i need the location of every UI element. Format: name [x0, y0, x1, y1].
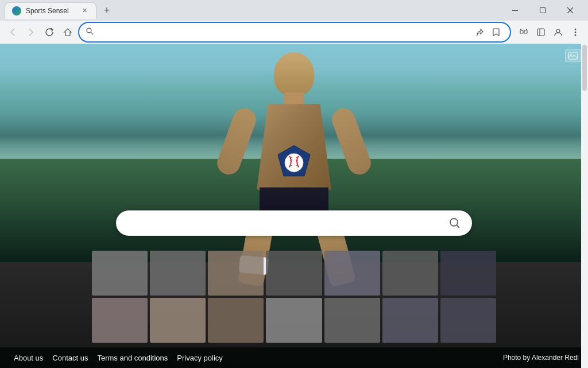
search-icon	[449, 217, 461, 229]
extensions-button[interactable]	[516, 24, 532, 40]
home-button[interactable]	[60, 24, 76, 40]
tab-strip: Sports Sensei ✕ +	[5, 2, 115, 19]
browser-window: Sports Sensei ✕ +	[0, 0, 588, 368]
svg-point-5	[87, 28, 91, 33]
footer-contact-link[interactable]: Contact us	[48, 351, 92, 365]
url-bar[interactable]	[78, 22, 511, 43]
blur-tile	[92, 298, 148, 343]
blur-tile	[324, 298, 380, 343]
sidebar-toggle-button[interactable]	[533, 24, 549, 40]
image-icon	[568, 52, 578, 60]
blur-tile	[150, 298, 206, 343]
forward-button[interactable]	[23, 24, 39, 40]
svg-line-26	[457, 225, 460, 228]
svg-point-15	[575, 32, 577, 33]
tab-title: Sports Sensei	[26, 7, 69, 15]
svg-line-6	[91, 33, 94, 35]
minimize-button[interactable]	[502, 1, 528, 20]
tab-favicon	[12, 6, 21, 16]
blur-tile	[92, 251, 148, 296]
blur-tile	[324, 251, 380, 296]
address-bar	[0, 21, 588, 44]
blur-tile	[440, 298, 496, 343]
maximize-button[interactable]	[529, 1, 556, 20]
svg-rect-9	[520, 29, 521, 30]
svg-point-14	[575, 29, 577, 30]
back-button[interactable]	[5, 24, 21, 40]
active-tab[interactable]: Sports Sensei ✕	[5, 2, 96, 19]
photo-credit: Photo by Alexander Redl	[503, 354, 579, 362]
svg-marker-4	[64, 29, 71, 36]
svg-rect-7	[520, 30, 523, 33]
logo-svg	[277, 144, 311, 179]
svg-point-18	[285, 154, 303, 172]
image-icon-button[interactable]	[565, 49, 581, 62]
share-button[interactable]	[473, 25, 487, 39]
search-container	[116, 210, 472, 236]
svg-rect-0	[512, 10, 518, 11]
search-button[interactable]	[449, 217, 461, 229]
svg-rect-11	[537, 29, 544, 36]
svg-point-16	[575, 34, 577, 36]
scrollbar[interactable]	[581, 44, 588, 368]
url-input[interactable]	[98, 28, 469, 37]
svg-rect-10	[526, 29, 527, 30]
search-input[interactable]	[127, 218, 443, 228]
blur-tile	[382, 298, 438, 343]
page-content: About us Contact us Terms and conditions…	[0, 44, 588, 368]
new-tab-button[interactable]: +	[99, 2, 115, 18]
sports-sensei-logo	[277, 144, 311, 181]
browser-actions	[516, 24, 583, 40]
footer-privacy-link[interactable]: Privacy policy	[172, 351, 227, 365]
blurred-content-area	[92, 251, 496, 343]
menu-button[interactable]	[567, 24, 583, 40]
blur-tile	[150, 251, 206, 296]
title-bar: Sports Sensei ✕ +	[0, 0, 588, 21]
footer-about-link[interactable]: About us	[9, 351, 48, 365]
tab-close-button[interactable]: ✕	[80, 6, 89, 16]
svg-point-25	[450, 218, 458, 226]
scrollbar-thumb[interactable]	[582, 45, 587, 91]
svg-rect-1	[540, 8, 546, 13]
footer-terms-link[interactable]: Terms and conditions	[92, 351, 172, 365]
close-button[interactable]	[557, 1, 583, 20]
refresh-button[interactable]	[41, 24, 57, 40]
url-search-icon	[86, 28, 94, 37]
page-footer: About us Contact us Terms and conditions…	[0, 347, 588, 368]
search-bar	[116, 210, 472, 236]
blur-tile	[208, 251, 264, 296]
blur-tile	[440, 251, 496, 296]
blur-tile	[266, 298, 322, 343]
svg-point-13	[556, 29, 560, 33]
profile-button[interactable]	[550, 24, 566, 40]
blur-tile	[266, 251, 322, 296]
blur-tile	[208, 298, 264, 343]
blur-tile	[382, 251, 438, 296]
window-controls	[502, 1, 583, 20]
svg-rect-8	[524, 30, 527, 33]
footer-links: About us Contact us Terms and conditions…	[9, 351, 227, 365]
bookmark-button[interactable]	[489, 25, 503, 39]
url-actions	[473, 25, 503, 39]
